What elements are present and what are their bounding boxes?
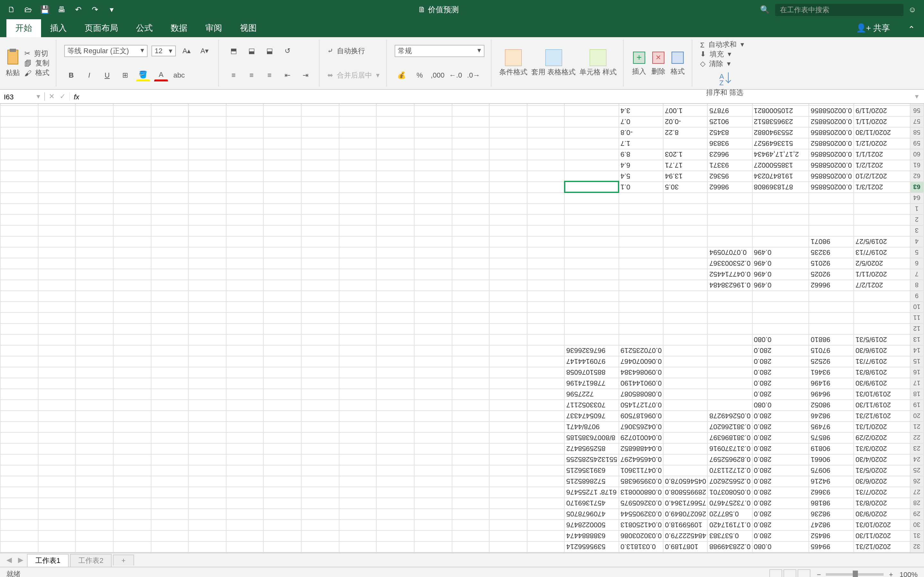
view-pagebreak-icon[interactable] [798,569,811,577]
cell[interactable] [339,269,376,280]
cell[interactable] [301,509,339,520]
cell[interactable] [76,443,113,454]
cell[interactable] [113,542,151,552]
cell[interactable] [113,203,151,214]
cell[interactable] [38,400,75,411]
cell[interactable] [489,291,527,301]
cell[interactable] [708,301,752,313]
cell[interactable] [38,487,75,498]
cell[interactable] [708,236,752,247]
cell[interactable] [452,226,489,236]
cell[interactable] [0,345,38,356]
cell[interactable] [339,301,376,313]
cell[interactable] [376,182,414,193]
cell[interactable] [339,498,376,509]
row-header[interactable]: 20 [910,411,924,422]
cell[interactable] [226,411,264,422]
cell[interactable]: 93662 [809,487,854,498]
cell[interactable] [452,487,489,498]
cell[interactable] [414,258,452,269]
cell[interactable]: 0.041250813 [619,520,663,530]
cell[interactable] [752,193,809,203]
cell[interactable] [0,324,38,334]
row-header[interactable]: 14 [910,345,924,356]
cell[interactable] [339,138,376,149]
cell[interactable] [151,334,188,345]
cell[interactable] [113,498,151,509]
cell[interactable]: 1087189.0 [663,542,708,552]
cell[interactable] [0,465,38,476]
tab-review[interactable]: 审阅 [196,19,231,37]
cell[interactable] [38,258,75,269]
cell[interactable] [38,116,75,127]
indent-decrease-icon[interactable]: ⇤ [280,69,294,82]
cell[interactable] [809,226,854,236]
cell[interactable] [151,258,188,269]
cell[interactable] [264,411,301,422]
cell[interactable] [301,411,339,422]
cell[interactable]: 98186 [809,498,854,509]
cell[interactable] [76,400,113,411]
cell[interactable] [0,247,38,258]
cancel-formula-icon[interactable]: ✕ [49,92,55,101]
cell[interactable] [38,203,75,214]
row-header[interactable]: 62 [910,171,924,182]
cell[interactable] [226,389,264,400]
cell[interactable] [376,400,414,411]
cell[interactable] [0,378,38,389]
cell[interactable] [376,171,414,182]
cell[interactable] [113,432,151,443]
cell[interactable] [376,520,414,530]
cell[interactable] [188,214,226,226]
cell[interactable] [113,367,151,378]
cell[interactable] [339,116,376,127]
cell[interactable] [452,269,489,280]
cell[interactable] [527,116,565,127]
cell[interactable] [339,356,376,367]
cell[interactable] [663,454,708,465]
cell[interactable] [565,236,619,247]
cell[interactable] [0,520,38,530]
cell[interactable]: 0.090864384 [619,367,663,378]
cell[interactable] [663,443,708,454]
cell[interactable] [188,465,226,476]
cell[interactable]: 2020/11/30 [854,530,910,542]
cell[interactable] [113,182,151,193]
cell[interactable] [376,203,414,214]
cell[interactable] [113,345,151,356]
delete-cells-button[interactable]: ×删除 [651,50,666,76]
cell[interactable] [376,313,414,324]
cell[interactable] [619,324,663,334]
row-header[interactable]: 28 [910,498,924,509]
cell[interactable] [226,236,264,247]
cell[interactable] [452,280,489,291]
cell[interactable] [76,476,113,487]
cell[interactable] [663,378,708,389]
cell[interactable]: 0.537383 [708,530,752,542]
cell[interactable] [151,301,188,313]
cell[interactable] [376,258,414,269]
cell[interactable] [339,127,376,138]
cell[interactable]: 280.0 [752,520,809,530]
cell[interactable]: 93371 [708,160,752,171]
cell[interactable]: 2019/10/31 [854,389,910,400]
cell[interactable] [527,476,565,487]
cell[interactable] [188,454,226,465]
cell[interactable]: 10959918.0 [663,520,708,530]
cell[interactable]: 280.0 [752,432,809,443]
cell[interactable] [264,520,301,530]
cell[interactable] [226,193,264,203]
cell[interactable] [264,127,301,138]
cell[interactable] [565,149,619,160]
cell[interactable] [663,291,708,301]
cell[interactable]: 2019/7/31 [854,356,910,367]
cell[interactable] [226,542,264,552]
cell[interactable]: 99465 [809,542,854,552]
cell[interactable] [489,400,527,411]
cell[interactable] [151,465,188,476]
cell[interactable] [452,291,489,301]
cell[interactable] [38,498,75,509]
cell[interactable]: 2020/4/30 [854,454,910,465]
cell[interactable]: 94216 [809,476,854,487]
cell[interactable] [452,203,489,214]
